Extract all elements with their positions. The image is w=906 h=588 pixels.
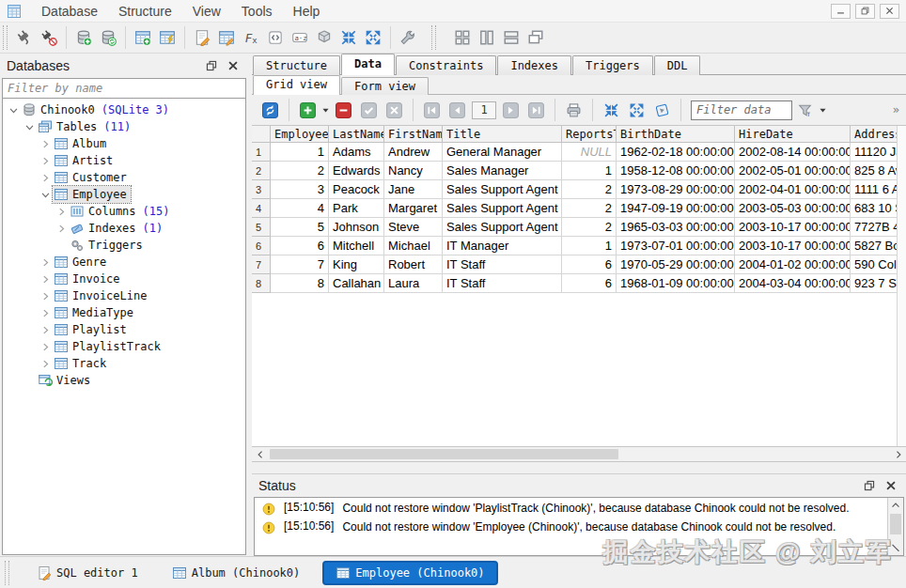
grid-cell[interactable]: Andrew [384,143,443,162]
tree-item-track[interactable]: Track [3,355,245,372]
grid-cell[interactable]: 1968-01-09 00:00:00 [617,274,735,293]
grid-cell[interactable]: 1973-08-29 00:00:00 [617,180,735,199]
nav-prev-button[interactable] [445,99,469,121]
minimize-button[interactable] [831,4,851,19]
grid-cell[interactable]: Laura [384,274,443,293]
grid-cell[interactable]: Edwards [329,162,384,180]
dropdown-caret-icon[interactable] [818,99,828,121]
tree-item-artist[interactable]: Artist [3,152,245,169]
tab-constraints[interactable]: Constraints [396,55,496,75]
grid-cell[interactable]: 1962-02-18 00:00:00 [617,143,735,162]
database-add-button[interactable] [71,25,96,50]
menu-structure[interactable]: Structure [108,2,182,21]
rollback-button[interactable] [383,99,406,121]
funnel-button[interactable]: T [793,99,817,121]
filter-by-name-input[interactable] [3,79,245,99]
table-edit-button[interactable] [214,25,239,50]
dropdown-caret-icon[interactable] [320,99,331,121]
grid-cell[interactable]: Jane [384,180,443,199]
column-header-title[interactable]: Title [443,126,562,143]
grid-cell[interactable]: King [329,255,384,274]
grid-cell[interactable]: 1970-05-29 00:00:00 [617,255,735,274]
mdi-cascade-button[interactable] [523,25,548,50]
grid-cell[interactable]: 683 10 S [851,199,897,218]
tab-structure[interactable]: Structure [253,55,340,75]
commit-button[interactable] [357,99,381,121]
scroll-right-button[interactable] [890,447,906,461]
table-add-button[interactable] [131,25,155,50]
column-header-birthdate[interactable]: BirthDate [617,126,735,143]
collapse-windows-button[interactable] [336,25,361,50]
grid-cell[interactable]: 1111 6 A [851,180,897,199]
menu-tools[interactable]: Tools [231,2,283,21]
tab-data[interactable]: Data [341,54,395,75]
grid-cell[interactable]: Johnson [329,218,384,237]
grid-cell[interactable]: Peacock [329,180,384,199]
grid-cell[interactable]: 6 [271,237,329,255]
tree-item-employee[interactable]: Employee [3,186,245,203]
table-add-fast-button[interactable] [155,25,180,50]
row-number[interactable]: 8 [252,274,271,293]
grid-cell[interactable]: 3 [271,180,329,199]
grid-cell[interactable]: 2003-10-17 00:00:00 [735,218,851,237]
sql-editor-button[interactable] [190,25,214,50]
grid-cell[interactable]: 590 Colu [851,255,897,274]
expand-windows-button[interactable] [361,25,385,50]
grid-cell[interactable]: 2002-08-14 00:00:00 [735,143,851,162]
tab-ddl[interactable]: DDL [654,55,701,75]
close-button[interactable] [880,4,899,19]
grid-cell[interactable]: Robert [384,255,443,274]
function-button[interactable]: Fx [239,25,263,50]
grid-cell[interactable]: 2004-01-02 00:00:00 [735,255,851,274]
grid-cell[interactable]: Sales Support Agent [443,199,562,218]
grid-cell[interactable]: 1 [562,162,617,180]
tree-item-indexes[interactable]: Indexes(1) [3,220,245,237]
mdi-split-vertical-button[interactable] [475,25,499,50]
mdi-grid-button[interactable] [450,25,475,50]
config-button[interactable] [396,25,420,50]
grid-vertical-scrollbar[interactable] [897,126,906,446]
column-header-firstname[interactable]: FirstName [384,126,443,143]
tree-item-columns[interactable]: Columns(15) [3,203,245,220]
chevron-right-icon[interactable] [39,255,53,270]
status-float-button[interactable] [861,478,878,493]
grid-cell[interactable]: 1973-07-01 00:00:00 [617,237,735,255]
chevron-down-icon[interactable] [23,120,37,134]
database-refresh-button[interactable] [96,25,120,50]
chevron-down-icon[interactable] [7,103,21,117]
grid-cell[interactable]: IT Manager [443,237,562,255]
row-del-button[interactable] [332,99,355,121]
chevron-right-icon[interactable] [39,289,53,303]
status-close-button[interactable] [883,478,899,493]
tree-item-playlisttrack[interactable]: PlaylistTrack [3,338,245,355]
grid-cell[interactable]: Nancy [384,162,443,180]
grid-cell[interactable]: Adams [329,143,384,162]
tree-item-tables[interactable]: Tables(11) [3,118,245,135]
grid-cell[interactable]: 2 [562,218,617,237]
grid-cell[interactable]: 6 [562,274,617,293]
tree-item-genre[interactable]: Genre [3,254,245,271]
nav-last-button[interactable] [524,99,548,121]
mdi-toolbar-drag-handle[interactable] [431,25,436,50]
grid-cell[interactable]: Callahan [329,274,384,293]
grid-cell[interactable]: NULL [562,143,617,162]
grid-cell[interactable]: 1958-12-08 00:00:00 [617,162,735,180]
chevron-down-icon[interactable] [39,188,53,202]
grid-cell[interactable]: Sales Manager [443,162,562,180]
column-header-address[interactable]: Address [851,126,897,143]
collation-button[interactable]: a·z [288,25,312,50]
grid-cell[interactable]: Michael [384,237,443,255]
tab-form-view[interactable]: Form view [341,77,429,95]
grid-cell[interactable]: 923 7 ST [851,274,897,293]
tree-item-playlist[interactable]: Playlist [3,321,245,338]
grid-cell[interactable]: 2 [562,180,617,199]
menu-database[interactable]: Database [31,2,108,21]
grid-cell[interactable]: IT Staff [443,274,562,293]
tab-triggers[interactable]: Triggers [572,55,653,75]
grid-cell[interactable]: General Manager [443,143,562,162]
restore-button[interactable] [855,4,875,19]
scroll-down-button[interactable] [888,540,903,555]
grid-cell[interactable]: 2004-03-04 00:00:00 [735,274,851,293]
scrollbar-thumb[interactable] [890,514,901,534]
taskbar-drag-handle[interactable] [5,561,9,585]
